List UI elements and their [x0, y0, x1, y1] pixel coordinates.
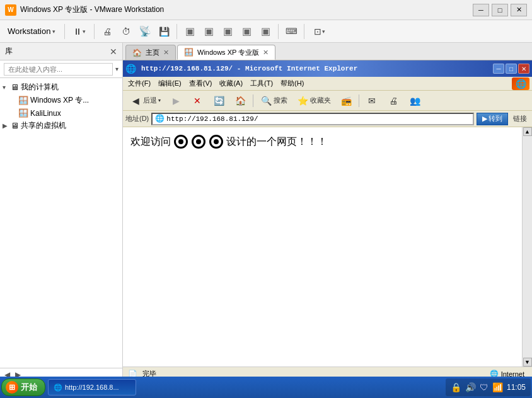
- tree-kali-label: KaliLinux: [30, 109, 61, 118]
- ie-refresh-button[interactable]: 🔄: [209, 93, 229, 109]
- search-input[interactable]: [4, 63, 113, 76]
- ie-scrollbar[interactable]: ▲ ▼: [522, 127, 532, 367]
- media-icon: 📻: [340, 94, 352, 107]
- tree-item-my-computer[interactable]: ▾ 🖥 我的计算机: [0, 81, 122, 94]
- ie-search-button[interactable]: 🔍 搜索: [256, 93, 291, 109]
- winxp-tab-icon: 🪟: [184, 48, 194, 57]
- sidebar-title: 库: [5, 46, 13, 57]
- content-text-part2: 设计的一个网页！！！: [226, 135, 327, 149]
- ie-menu-tools[interactable]: 工具(T): [248, 78, 275, 89]
- snapshot-button[interactable]: 🖨: [98, 23, 116, 40]
- connect-button[interactable]: 📡: [136, 23, 154, 40]
- ie-close-button[interactable]: ✕: [518, 64, 529, 74]
- scrollbar-track: [523, 136, 532, 358]
- tree-item-label: 我的计算机: [21, 82, 59, 93]
- tab-winxp-label: Windows XP 专业版: [197, 48, 259, 57]
- view-btn-5[interactable]: ▣: [257, 23, 274, 40]
- main-area: 库 ✕ ▾ ▾ 🖥 我的计算机 🪟 Windows XP 专... �: [0, 43, 532, 380]
- ie-menu-file[interactable]: 文件(F): [125, 78, 153, 89]
- pause-button[interactable]: ⏸ ▾: [69, 23, 90, 40]
- view-btn-3[interactable]: ▣: [219, 23, 236, 40]
- title-bar: W Windows XP 专业版 - VMware Workstation ─ …: [0, 0, 532, 20]
- start-icon: ⊞: [6, 381, 18, 394]
- sidebar-header: 库 ✕: [0, 43, 122, 60]
- ie-menu-favorites[interactable]: 收藏(A): [217, 78, 245, 89]
- ie-go-button[interactable]: ▶ 转到: [477, 113, 508, 125]
- close-button[interactable]: ✕: [511, 4, 527, 16]
- view-btn-2[interactable]: ▣: [200, 23, 217, 40]
- dropdown-arrow-icon: ▾: [52, 28, 55, 35]
- maximize-button[interactable]: □: [492, 4, 508, 16]
- ie-print-button[interactable]: 🖨: [383, 93, 403, 109]
- tree-expand-icon-4: ▶: [3, 122, 9, 129]
- ie-forward-button[interactable]: ▶: [166, 93, 186, 109]
- start-button[interactable]: ⊞ 开始: [1, 378, 45, 396]
- view-btn-4[interactable]: ▣: [238, 23, 255, 40]
- separator-5: [304, 24, 304, 39]
- ie-links-button[interactable]: 链接: [511, 114, 529, 123]
- taskbar-task-icon: 🌐: [54, 384, 62, 392]
- search-dropdown-icon[interactable]: ▾: [115, 65, 119, 72]
- ie-edit-button[interactable]: 👥: [405, 93, 425, 109]
- address-input-wrapper[interactable]: 🌐 http://192.168.81.129/: [151, 113, 474, 125]
- pause-icon: ⏸: [73, 26, 82, 37]
- tab-home[interactable]: 🏠 主页 ✕: [125, 45, 176, 60]
- fullscreen-button[interactable]: ⊡ ▾: [308, 23, 331, 40]
- save-button[interactable]: 💾: [155, 23, 173, 40]
- ie-menu-edit[interactable]: 编辑(E): [156, 78, 184, 89]
- ie-favorites-button[interactable]: ⭐ 收藏夹: [292, 93, 335, 109]
- taskbar-task-label: http://192.168.8...: [65, 384, 119, 391]
- tree-item-shared[interactable]: ▶ 🖥 共享的虚拟机: [0, 119, 122, 132]
- tray-extra-icon: 📶: [492, 382, 503, 392]
- refresh-icon: 🔄: [212, 94, 225, 107]
- tab-winxp-close[interactable]: ✕: [263, 48, 269, 57]
- ie-stop-button[interactable]: ✕: [187, 93, 207, 109]
- tree-item-kali[interactable]: 🪟 KaliLinux: [0, 107, 122, 119]
- ie-menu-bar: 文件(F) 编辑(E) 查看(V) 收藏(A) 工具(T) 帮助(H) 🌐: [123, 77, 532, 91]
- address-label: 地址(D): [125, 114, 149, 123]
- target-icon-3: [209, 135, 223, 149]
- tray-clock: 11:05: [507, 383, 526, 392]
- ie-menu-help[interactable]: 帮助(H): [278, 78, 306, 89]
- shared-icon: 🖥: [11, 121, 19, 130]
- separator-1: [64, 24, 65, 39]
- address-url: http://192.168.81.129/: [166, 115, 258, 123]
- ie-sep-2: [359, 94, 359, 107]
- console-button[interactable]: ⌨: [282, 23, 300, 40]
- ie-media-button[interactable]: 📻: [336, 93, 356, 109]
- computer-icon: 🖥: [11, 82, 19, 92]
- tree-item-winxp[interactable]: 🪟 Windows XP 专...: [0, 94, 122, 107]
- search-bar: ▾: [0, 60, 122, 78]
- vm-tabs: 🏠 主页 ✕ 🪟 Windows XP 专业版 ✕: [123, 43, 532, 60]
- favorites-icon: ⭐: [296, 94, 309, 107]
- tab-home-close[interactable]: ✕: [163, 48, 169, 57]
- ie-minimize-button[interactable]: ─: [493, 64, 504, 74]
- ie-corner-icon: 🌐: [516, 79, 526, 89]
- scrollbar-up-button[interactable]: ▲: [523, 127, 532, 136]
- view-btn-1[interactable]: ▣: [181, 23, 199, 40]
- ie-mail-button[interactable]: ✉: [362, 93, 382, 109]
- ie-menu-view[interactable]: 查看(V): [187, 78, 215, 89]
- kali-icon: 🪟: [18, 108, 28, 118]
- ie-title-text: http://192.168.81.129/ - Microsoft Inter…: [139, 65, 493, 72]
- ie-maximize-button[interactable]: □: [506, 64, 517, 74]
- sidebar-close-button[interactable]: ✕: [110, 47, 117, 57]
- ie-content: 欢迎访问 设计的一个网页！！！ ▲: [123, 127, 532, 367]
- scrollbar-down-button[interactable]: ▼: [523, 358, 532, 367]
- taskbar-task-ie[interactable]: 🌐 http://192.168.8...: [48, 379, 136, 395]
- home-tab-icon: 🏠: [132, 48, 142, 57]
- manage-button[interactable]: ⏱: [117, 23, 135, 40]
- edit-icon: 👥: [408, 94, 421, 107]
- ie-logo-icon: 🌐: [125, 64, 136, 74]
- tray-volume-icon: 🔊: [465, 382, 476, 392]
- ie-home-button[interactable]: 🏠: [230, 93, 250, 109]
- minimize-button[interactable]: ─: [473, 4, 489, 16]
- tab-winxp[interactable]: 🪟 Windows XP 专业版 ✕: [177, 45, 275, 60]
- ie-window: 🌐 http://192.168.81.129/ - Microsoft Int…: [123, 60, 532, 380]
- ie-back-button[interactable]: ◀ 后退 ▾: [125, 93, 165, 109]
- workstation-menu[interactable]: Workstation ▾: [3, 25, 61, 38]
- sidebar: 库 ✕ ▾ ▾ 🖥 我的计算机 🪟 Windows XP 专... �: [0, 43, 123, 380]
- ie-toolbar: ◀ 后退 ▾ ▶ ✕ 🔄 🏠: [123, 91, 532, 111]
- ie-logo-btn: 🌐: [512, 77, 529, 90]
- stop-icon: ✕: [191, 94, 204, 107]
